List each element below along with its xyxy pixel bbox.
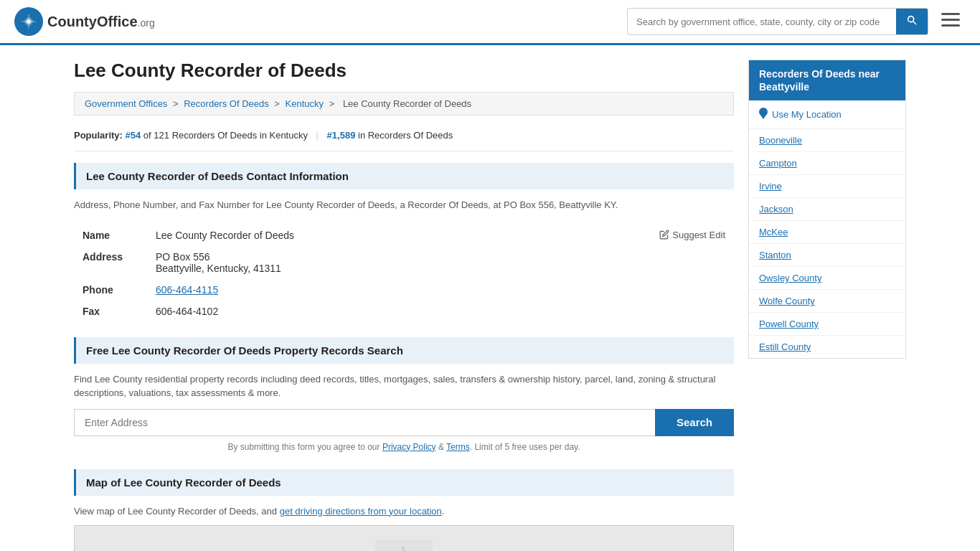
use-my-location[interactable]: Use My Location: [749, 100, 905, 129]
name-label: Name: [75, 225, 147, 245]
popularity-rank: #54: [126, 130, 141, 141]
popularity-overall-rank: #1,589: [327, 130, 356, 141]
suggest-edit-button[interactable]: Suggest Edit: [659, 230, 725, 240]
map-placeholder: [74, 525, 734, 551]
sidebar-link-4[interactable]: McKee: [749, 221, 905, 244]
sidebar-link-8[interactable]: Powell County: [749, 313, 905, 336]
terms-link[interactable]: Terms: [446, 442, 470, 452]
hamburger-menu[interactable]: [936, 9, 966, 34]
svg-rect-4: [941, 13, 960, 15]
sidebar-link-6[interactable]: Owsley County: [749, 267, 905, 290]
sidebar-link-3[interactable]: Jackson: [749, 198, 905, 221]
svg-rect-5: [941, 19, 960, 21]
fax-label: Fax: [75, 301, 147, 321]
name-value: Lee County Recorder of Deeds Suggest Edi…: [149, 225, 732, 245]
breadcrumb: Government Offices > Recorders Of Deeds …: [74, 92, 734, 116]
map-section: Map of Lee County Recorder of Deeds View…: [74, 469, 734, 552]
global-search-input[interactable]: [628, 11, 896, 33]
map-section-header: Map of Lee County Recorder of Deeds: [74, 469, 734, 496]
contact-table: Name Lee County Recorder of Deeds Sugges…: [74, 224, 734, 323]
breadcrumb-recorders-of-deeds[interactable]: Recorders Of Deeds: [184, 98, 269, 109]
sidebar-link-9[interactable]: Estill County: [749, 336, 905, 358]
property-search-section: Free Lee County Recorder Of Deeds Proper…: [74, 337, 734, 452]
sidebar-link-7[interactable]: Wolfe County: [749, 290, 905, 313]
map-description: View map of Lee County Recorder of Deeds…: [74, 504, 734, 519]
header: CountyOffice.org: [0, 0, 980, 45]
table-row: Name Lee County Recorder of Deeds Sugges…: [75, 225, 732, 245]
sidebar-box: Recorders Of Deeds near Beattyville Use …: [748, 60, 906, 359]
svg-rect-6: [941, 24, 960, 27]
address-search-row: Search: [74, 409, 734, 436]
table-row: Address PO Box 556 Beattyville, Kentucky…: [75, 247, 732, 278]
contact-section-header: Lee County Recorder of Deeds Contact Inf…: [74, 163, 734, 189]
driving-directions-link[interactable]: get driving directions from your locatio…: [280, 506, 442, 517]
sidebar-title: Recorders Of Deeds near Beattyville: [749, 60, 905, 100]
sidebar-links-container: BoonevilleCamptonIrvineJacksonMcKeeStant…: [749, 129, 905, 358]
global-search-button[interactable]: [896, 9, 928, 34]
contact-section: Lee County Recorder of Deeds Contact Inf…: [74, 163, 734, 323]
address-label: Address: [75, 247, 147, 278]
logo-area: CountyOffice.org: [14, 7, 155, 36]
sidebar-link-5[interactable]: Stanton: [749, 244, 905, 267]
breadcrumb-kentucky[interactable]: Kentucky: [286, 98, 324, 109]
breadcrumb-government-offices[interactable]: Government Offices: [85, 98, 167, 109]
phone-link[interactable]: 606-464-4115: [156, 284, 218, 296]
property-search-description: Find Lee County residential property rec…: [74, 372, 734, 400]
sidebar-link-1[interactable]: Campton: [749, 152, 905, 175]
location-pin-icon: [759, 108, 768, 121]
sidebar-link-2[interactable]: Irvine: [749, 175, 905, 198]
global-search-bar: [627, 8, 928, 35]
svg-rect-9: [402, 547, 405, 551]
address-value: PO Box 556 Beattyville, Kentucky, 41311: [149, 247, 732, 278]
main-container: Lee County Recorder of Deeds Government …: [60, 45, 920, 551]
fax-value: 606-464-4102: [149, 301, 732, 321]
svg-point-2: [908, 17, 914, 22]
page-title: Lee County Recorder of Deeds: [74, 60, 734, 82]
svg-line-3: [913, 22, 916, 24]
table-row: Phone 606-464-4115: [75, 280, 732, 300]
address-search-input[interactable]: [74, 409, 655, 436]
terms-text: By submitting this form you agree to our…: [74, 442, 734, 452]
content-area: Lee County Recorder of Deeds Government …: [74, 60, 734, 551]
popularity-bar: Popularity: #54 of 121 Recorders Of Deed…: [74, 124, 734, 151]
privacy-policy-link[interactable]: Privacy Policy: [382, 442, 436, 452]
logo-icon: [14, 7, 43, 36]
phone-label: Phone: [75, 280, 147, 300]
breadcrumb-current: Lee County Recorder of Deeds: [343, 98, 471, 109]
contact-description: Address, Phone Number, and Fax Number fo…: [74, 198, 734, 212]
address-search-button[interactable]: Search: [655, 409, 734, 436]
property-search-header: Free Lee County Recorder Of Deeds Proper…: [74, 337, 734, 364]
logo-text: CountyOffice.org: [47, 14, 155, 30]
svg-marker-14: [760, 115, 766, 119]
header-right: [627, 8, 966, 35]
sidebar-link-0[interactable]: Booneville: [749, 129, 905, 152]
table-row: Fax 606-464-4102: [75, 301, 732, 321]
sidebar: Recorders Of Deeds near Beattyville Use …: [748, 60, 906, 551]
